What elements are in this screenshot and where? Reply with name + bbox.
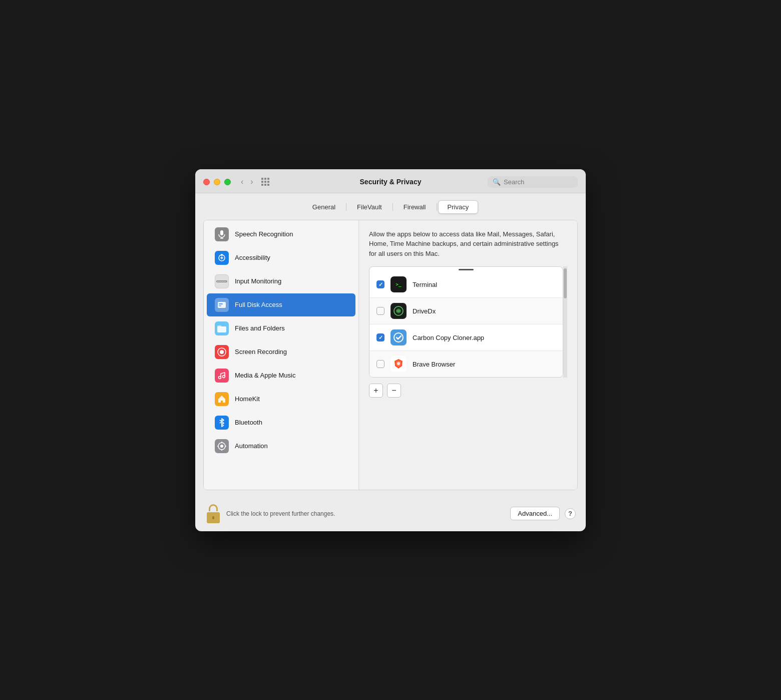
sidebar-item-files-label: Files and Folders — [235, 324, 285, 332]
lock-body — [207, 512, 220, 523]
tab-filevault[interactable]: FileVault — [347, 200, 392, 214]
tab-firewall[interactable]: Firewall — [394, 200, 436, 214]
sidebar-item-speech-label: Speech Recognition — [235, 230, 293, 238]
content-area: Speech Recognition Accessibility — [203, 220, 578, 490]
minimize-button[interactable] — [214, 179, 220, 185]
maximize-button[interactable] — [224, 179, 231, 185]
sidebar-item-accessibility[interactable]: Accessibility — [207, 246, 355, 269]
nav-buttons: ‹ › — [239, 176, 255, 187]
app-row-ccc: Carbon Copy Cloner.app — [369, 324, 563, 351]
remove-button[interactable]: − — [387, 384, 401, 398]
svg-rect-10 — [221, 281, 223, 282]
sidebar-item-screen[interactable]: Screen Recording — [207, 340, 355, 364]
sidebar-item-bluetooth-label: Bluetooth — [235, 419, 262, 426]
scrollbar-thumb[interactable] — [564, 268, 567, 298]
forward-button[interactable]: › — [248, 176, 255, 187]
search-box: 🔍 — [488, 176, 578, 188]
brave-app-icon — [390, 356, 407, 372]
terminal-name: Terminal — [413, 281, 437, 288]
lock-shackle — [209, 504, 218, 511]
svg-rect-15 — [219, 305, 221, 306]
sidebar-item-accessibility-label: Accessibility — [235, 254, 270, 261]
grid-view-button[interactable] — [259, 177, 271, 187]
footer: Click the lock to prevent further change… — [195, 498, 586, 531]
ccc-name: Carbon Copy Cloner.app — [413, 334, 484, 341]
svg-rect-11 — [223, 281, 225, 282]
homekit-icon — [215, 392, 229, 406]
full-disk-icon — [215, 298, 229, 312]
close-button[interactable] — [203, 179, 210, 185]
drivedx-name: DriveDx — [413, 307, 436, 315]
grid-icon — [261, 178, 269, 186]
app-row-drivedx: DriveDx — [369, 298, 563, 324]
svg-rect-12 — [225, 281, 226, 282]
svg-point-22 — [220, 445, 223, 448]
footer-lock-text: Click the lock to prevent further change… — [226, 510, 505, 517]
sidebar-item-fulldisk[interactable]: Full Disk Access — [207, 293, 355, 316]
tab-divider-2 — [393, 203, 393, 211]
terminal-app-icon: >_ — [390, 276, 407, 292]
svg-rect-14 — [219, 303, 223, 304]
accessibility-icon — [215, 251, 229, 265]
app-row-terminal: >_ Terminal — [369, 271, 563, 298]
svg-point-33 — [397, 362, 400, 365]
window-title: Security & Privacy — [360, 178, 422, 186]
lock-keyhole — [212, 516, 214, 519]
search-icon: 🔍 — [493, 178, 501, 186]
files-folders-icon — [215, 321, 229, 335]
ccc-checkbox[interactable] — [376, 333, 384, 341]
lock-button[interactable] — [205, 504, 221, 523]
advanced-button[interactable]: Advanced... — [510, 507, 560, 520]
description-text: Allow the apps below to access data like… — [369, 229, 567, 259]
svg-rect-8 — [217, 281, 219, 282]
input-monitoring-icon — [215, 274, 229, 288]
sidebar-item-speech[interactable]: Speech Recognition — [207, 223, 355, 246]
brave-name: Brave Browser — [413, 361, 455, 368]
search-input[interactable] — [504, 178, 573, 186]
tab-general[interactable]: General — [303, 200, 345, 214]
media-music-icon — [215, 369, 229, 383]
scroll-indicator — [369, 267, 563, 271]
main-window: ‹ › Security & Privacy 🔍 General FileVau… — [195, 169, 586, 531]
sidebar-item-media-label: Media & Apple Music — [235, 372, 295, 379]
apps-list: >_ Terminal — [369, 266, 563, 378]
bottom-buttons: + − — [369, 384, 567, 398]
svg-point-18 — [220, 350, 224, 354]
sidebar-item-bluetooth[interactable]: Bluetooth — [207, 411, 355, 434]
svg-rect-13 — [218, 302, 226, 308]
svg-rect-0 — [220, 230, 223, 235]
tab-divider-1 — [346, 203, 346, 211]
back-button[interactable]: ‹ — [239, 176, 245, 187]
sidebar-item-screen-label: Screen Recording — [235, 348, 287, 356]
tab-privacy[interactable]: Privacy — [438, 200, 479, 214]
scroll-line — [459, 269, 474, 270]
terminal-checkbox[interactable] — [376, 280, 384, 288]
sidebar-item-automation[interactable]: Automation — [207, 435, 355, 458]
speech-icon — [215, 227, 229, 241]
tabs-row: General FileVault Firewall Privacy — [195, 193, 586, 220]
sidebar-item-input[interactable]: Input Monitoring — [207, 270, 355, 293]
bluetooth-icon — [215, 416, 229, 430]
sidebar-item-homekit-label: HomeKit — [235, 395, 260, 403]
app-row-brave: Brave Browser — [369, 351, 563, 377]
drivedx-app-icon — [390, 303, 407, 319]
brave-checkbox[interactable] — [376, 360, 384, 368]
help-button[interactable]: ? — [565, 508, 576, 519]
svg-point-20 — [223, 375, 225, 378]
tab-divider-3 — [437, 203, 437, 211]
sidebar-item-fulldisk-label: Full Disk Access — [235, 301, 282, 308]
sidebar: Speech Recognition Accessibility — [204, 220, 359, 490]
automation-icon — [215, 439, 229, 453]
main-panel: Allow the apps below to access data like… — [359, 220, 577, 490]
sidebar-item-automation-label: Automation — [235, 442, 268, 450]
traffic-lights — [203, 179, 231, 185]
scrollbar-track — [563, 266, 567, 378]
drivedx-checkbox[interactable] — [376, 307, 384, 315]
sidebar-item-input-label: Input Monitoring — [235, 277, 281, 285]
ccc-app-icon — [390, 329, 407, 345]
sidebar-item-media[interactable]: Media & Apple Music — [207, 364, 355, 387]
add-button[interactable]: + — [369, 384, 383, 398]
sidebar-item-homekit[interactable]: HomeKit — [207, 388, 355, 411]
sidebar-item-files[interactable]: Files and Folders — [207, 317, 355, 340]
titlebar: ‹ › Security & Privacy 🔍 — [195, 169, 586, 193]
